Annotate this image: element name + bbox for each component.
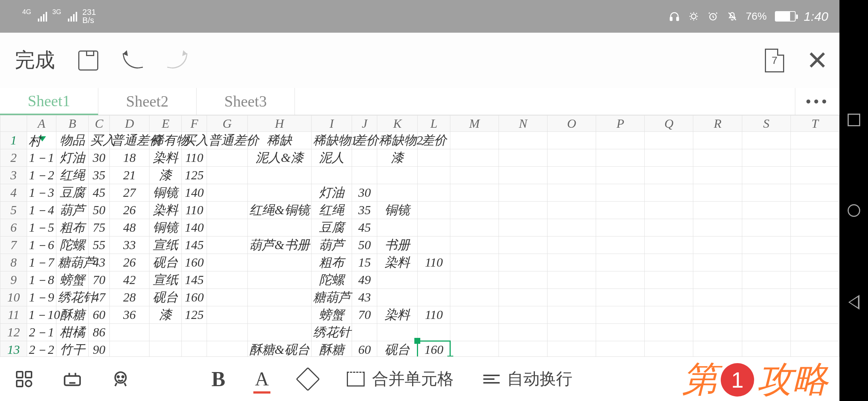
cell-T3[interactable] xyxy=(790,167,839,184)
cell-F5[interactable]: 110 xyxy=(182,202,207,219)
cell-T11[interactable] xyxy=(790,306,839,324)
cell-O9[interactable] xyxy=(548,271,596,289)
cell-P10[interactable] xyxy=(596,289,645,306)
cell-C1[interactable]: 买入 xyxy=(89,132,110,149)
cell-S5[interactable] xyxy=(742,202,790,219)
nav-recent-button[interactable] xyxy=(848,114,860,126)
cell-Q10[interactable] xyxy=(645,289,693,306)
cell-E6[interactable]: 铜镜 xyxy=(149,219,182,237)
row-header-10[interactable]: 10 xyxy=(0,289,27,306)
cell-M6[interactable] xyxy=(450,219,499,237)
cell-I12[interactable]: 绣花针 xyxy=(312,324,352,341)
cell-E2[interactable]: 染料 xyxy=(149,149,182,167)
cell-G10[interactable] xyxy=(207,289,247,306)
cell-D7[interactable]: 33 xyxy=(110,237,149,254)
cell-M8[interactable] xyxy=(450,254,499,271)
cell-F1[interactable]: 买入 xyxy=(182,132,207,149)
cell-R9[interactable] xyxy=(693,271,742,289)
tools-grid-button[interactable] xyxy=(15,370,33,388)
cell-M4[interactable] xyxy=(450,184,499,202)
cell-F7[interactable]: 145 xyxy=(182,237,207,254)
cell-P12[interactable] xyxy=(596,324,645,341)
cell-F12[interactable] xyxy=(182,324,207,341)
cell-K13[interactable]: 砚台 xyxy=(377,341,418,357)
cell-F9[interactable]: 145 xyxy=(182,271,207,289)
cell-R13[interactable] xyxy=(693,341,742,357)
cell-P4[interactable] xyxy=(596,184,645,202)
cell-K11[interactable]: 染料 xyxy=(377,306,418,324)
cell-B3[interactable]: 红绳 xyxy=(56,167,88,184)
col-header-M[interactable]: M xyxy=(450,115,499,132)
col-header-I[interactable]: I xyxy=(312,115,352,132)
spreadsheet[interactable]: ABCDEFGHIJKLMNOPQRST1村物品买入普通差价稀有物买入普通差价稀… xyxy=(0,115,839,356)
cell-K4[interactable] xyxy=(377,184,418,202)
cell-C2[interactable]: 30 xyxy=(89,149,110,167)
cell-I6[interactable]: 豆腐 xyxy=(312,219,352,237)
cell-L10[interactable] xyxy=(418,289,450,306)
cell-M3[interactable] xyxy=(450,167,499,184)
cell-K8[interactable]: 染料 xyxy=(377,254,418,271)
cell-G5[interactable] xyxy=(207,202,247,219)
cell-F4[interactable]: 140 xyxy=(182,184,207,202)
cell-S6[interactable] xyxy=(742,219,790,237)
row-header-8[interactable]: 8 xyxy=(0,254,27,271)
cell-L8[interactable]: 110 xyxy=(418,254,450,271)
cell-Q12[interactable] xyxy=(645,324,693,341)
cell-N4[interactable] xyxy=(499,184,547,202)
cell-H12[interactable] xyxy=(247,324,312,341)
cell-B4[interactable]: 豆腐 xyxy=(56,184,88,202)
cell-O3[interactable] xyxy=(548,167,596,184)
cell-G13[interactable] xyxy=(207,341,247,357)
cell-P11[interactable] xyxy=(596,306,645,324)
corner-cell[interactable] xyxy=(0,115,27,132)
row-header-6[interactable]: 6 xyxy=(0,219,27,237)
cell-P8[interactable] xyxy=(596,254,645,271)
cell-O13[interactable] xyxy=(548,341,596,357)
cell-K2[interactable]: 漆 xyxy=(377,149,418,167)
cell-H10[interactable] xyxy=(247,289,312,306)
cell-E1[interactable]: 稀有物 xyxy=(149,132,182,149)
row-header-11[interactable]: 11 xyxy=(0,306,27,324)
cell-F13[interactable] xyxy=(182,341,207,357)
cell-Q2[interactable] xyxy=(645,149,693,167)
cell-D2[interactable]: 18 xyxy=(110,149,149,167)
save-button[interactable] xyxy=(77,49,99,72)
cell-D3[interactable]: 21 xyxy=(110,167,149,184)
cell-I13[interactable]: 酥糖 xyxy=(312,341,352,357)
col-header-F[interactable]: F xyxy=(182,115,207,132)
cell-D4[interactable]: 27 xyxy=(110,184,149,202)
cell-R7[interactable] xyxy=(693,237,742,254)
row-header-5[interactable]: 5 xyxy=(0,202,27,219)
cell-N8[interactable] xyxy=(499,254,547,271)
cell-I10[interactable]: 糖葫芦 xyxy=(312,289,352,306)
cell-I11[interactable]: 螃蟹 xyxy=(312,306,352,324)
cell-O11[interactable] xyxy=(548,306,596,324)
cell-M11[interactable] xyxy=(450,306,499,324)
cell-Q11[interactable] xyxy=(645,306,693,324)
col-header-P[interactable]: P xyxy=(596,115,645,132)
done-button[interactable]: 完成 xyxy=(15,47,55,74)
cell-D12[interactable] xyxy=(110,324,149,341)
cell-J13[interactable]: 60 xyxy=(352,341,377,357)
cell-R3[interactable] xyxy=(693,167,742,184)
row-header-7[interactable]: 7 xyxy=(0,237,27,254)
cell-B7[interactable]: 陀螺 xyxy=(56,237,88,254)
cell-R8[interactable] xyxy=(693,254,742,271)
cell-Q8[interactable] xyxy=(645,254,693,271)
tabs-overflow-button[interactable]: ••• xyxy=(795,88,839,115)
cell-C7[interactable]: 55 xyxy=(89,237,110,254)
cell-B1[interactable]: 物品 xyxy=(56,132,88,149)
cell-G2[interactable] xyxy=(207,149,247,167)
cell-P13[interactable] xyxy=(596,341,645,357)
assistant-button[interactable] xyxy=(111,370,130,388)
cell-G6[interactable] xyxy=(207,219,247,237)
cell-D1[interactable]: 普通差价 xyxy=(110,132,149,149)
cell-N10[interactable] xyxy=(499,289,547,306)
cell-E7[interactable]: 宣纸 xyxy=(149,237,182,254)
cell-F10[interactable]: 160 xyxy=(182,289,207,306)
cell-T8[interactable] xyxy=(790,254,839,271)
cell-T2[interactable] xyxy=(790,149,839,167)
cell-K6[interactable] xyxy=(377,219,418,237)
tab-sheet3[interactable]: Sheet3 xyxy=(197,88,295,115)
col-header-T[interactable]: T xyxy=(790,115,839,132)
